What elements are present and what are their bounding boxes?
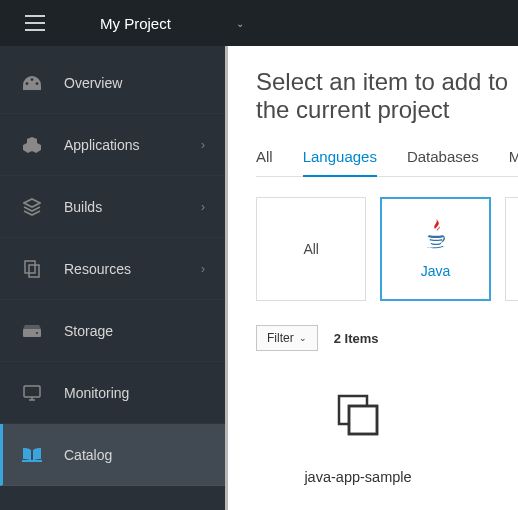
sidebar-item-catalog[interactable]: Catalog <box>0 424 225 486</box>
sidebar-item-builds[interactable]: Builds › <box>0 176 225 238</box>
svg-rect-10 <box>349 406 377 434</box>
chevron-down-icon: ⌄ <box>236 18 244 29</box>
hdd-icon <box>22 325 42 337</box>
sidebar: Overview Applications › Builds › Resourc… <box>0 46 225 510</box>
hamburger-icon <box>25 15 45 31</box>
dashboard-icon <box>22 76 42 90</box>
category-cards: All Java <box>256 197 518 301</box>
sidebar-item-label: Monitoring <box>64 385 129 401</box>
sidebar-item-label: Builds <box>64 199 102 215</box>
tab-middleware[interactable]: Middleware <box>509 148 518 176</box>
tabs: All Languages Databases Middleware <box>256 148 518 177</box>
svg-rect-2 <box>25 29 45 31</box>
tab-databases[interactable]: Databases <box>407 148 479 176</box>
svg-rect-5 <box>23 329 41 337</box>
svg-rect-4 <box>29 265 39 277</box>
page-title: Select an item to add to the current pro… <box>256 68 518 124</box>
chevron-right-icon: › <box>201 200 205 214</box>
tab-all[interactable]: All <box>256 148 273 176</box>
category-card-partial[interactable] <box>505 197 518 301</box>
tab-languages[interactable]: Languages <box>303 148 377 177</box>
sidebar-item-label: Storage <box>64 323 113 339</box>
java-icon <box>423 219 449 253</box>
sidebar-item-applications[interactable]: Applications › <box>0 114 225 176</box>
items-count: 2 Items <box>334 331 379 346</box>
svg-point-6 <box>36 332 38 334</box>
category-card-label: All <box>303 241 319 257</box>
svg-rect-0 <box>25 15 45 17</box>
layers-icon <box>22 198 42 216</box>
sidebar-item-label: Resources <box>64 261 131 277</box>
svg-rect-7 <box>24 386 40 397</box>
sidebar-item-overview[interactable]: Overview <box>0 52 225 114</box>
template-icon <box>332 389 384 445</box>
hamburger-menu[interactable] <box>0 0 70 46</box>
chevron-right-icon: › <box>201 262 205 276</box>
category-card-all[interactable]: All <box>256 197 366 301</box>
svg-rect-1 <box>25 22 45 24</box>
catalog-item-name: java-app-sample <box>304 469 411 485</box>
sidebar-item-resources[interactable]: Resources › <box>0 238 225 300</box>
book-icon <box>22 447 42 462</box>
sidebar-item-monitoring[interactable]: Monitoring <box>0 362 225 424</box>
chevron-down-icon: ⌄ <box>299 333 307 343</box>
sidebar-item-storage[interactable]: Storage <box>0 300 225 362</box>
desktop-icon <box>22 385 42 401</box>
sidebar-item-label: Catalog <box>64 447 112 463</box>
project-name: My Project <box>100 15 171 32</box>
sidebar-item-label: Overview <box>64 75 122 91</box>
cubes-icon <box>22 137 42 153</box>
chevron-right-icon: › <box>201 138 205 152</box>
project-dropdown[interactable]: My Project ⌄ <box>70 15 244 32</box>
filter-button[interactable]: Filter ⌄ <box>256 325 318 351</box>
sidebar-item-label: Applications <box>64 137 140 153</box>
category-card-java[interactable]: Java <box>380 197 490 301</box>
svg-rect-8 <box>22 460 42 462</box>
filter-label: Filter <box>267 331 294 345</box>
content-area: Select an item to add to the current pro… <box>225 46 518 510</box>
catalog-item[interactable]: java-app-sample <box>256 389 460 485</box>
category-card-label: Java <box>421 263 451 279</box>
svg-rect-3 <box>25 261 35 273</box>
copy-icon <box>22 260 42 278</box>
